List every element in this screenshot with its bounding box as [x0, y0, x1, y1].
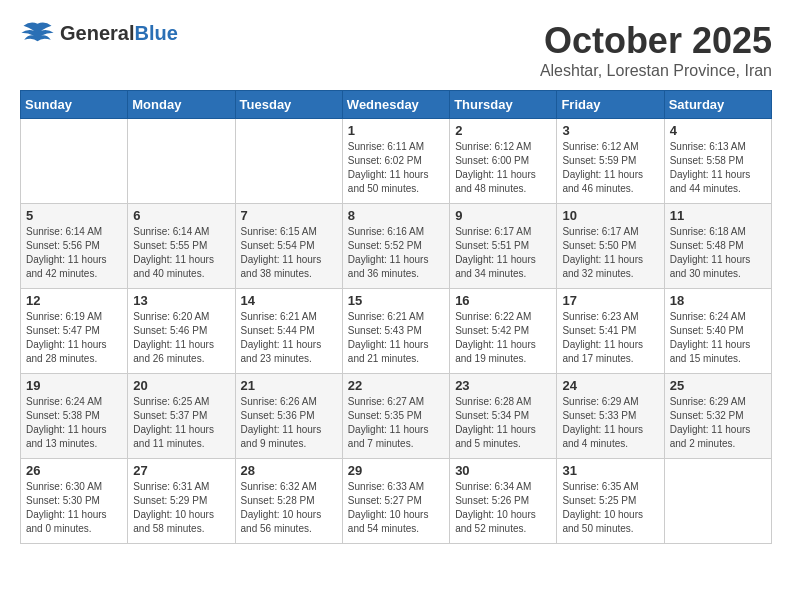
day-info: Sunrise: 6:35 AM Sunset: 5:25 PM Dayligh… — [562, 480, 658, 536]
weekday-header-saturday: Saturday — [664, 91, 771, 119]
day-number: 6 — [133, 208, 229, 223]
day-info: Sunrise: 6:24 AM Sunset: 5:40 PM Dayligh… — [670, 310, 766, 366]
day-number: 4 — [670, 123, 766, 138]
calendar-day: 5Sunrise: 6:14 AM Sunset: 5:56 PM Daylig… — [21, 204, 128, 289]
calendar-day: 12Sunrise: 6:19 AM Sunset: 5:47 PM Dayli… — [21, 289, 128, 374]
title-block: October 2025 Aleshtar, Lorestan Province… — [540, 20, 772, 80]
calendar-day: 29Sunrise: 6:33 AM Sunset: 5:27 PM Dayli… — [342, 459, 449, 544]
day-info: Sunrise: 6:17 AM Sunset: 5:51 PM Dayligh… — [455, 225, 551, 281]
day-number: 7 — [241, 208, 337, 223]
day-info: Sunrise: 6:12 AM Sunset: 5:59 PM Dayligh… — [562, 140, 658, 196]
day-number: 3 — [562, 123, 658, 138]
logo-text: GeneralBlue — [60, 22, 178, 44]
calendar-day: 23Sunrise: 6:28 AM Sunset: 5:34 PM Dayli… — [450, 374, 557, 459]
day-info: Sunrise: 6:30 AM Sunset: 5:30 PM Dayligh… — [26, 480, 122, 536]
calendar-day — [235, 119, 342, 204]
day-number: 27 — [133, 463, 229, 478]
day-number: 22 — [348, 378, 444, 393]
logo-icon — [20, 20, 55, 45]
day-info: Sunrise: 6:13 AM Sunset: 5:58 PM Dayligh… — [670, 140, 766, 196]
calendar-day — [21, 119, 128, 204]
day-info: Sunrise: 6:25 AM Sunset: 5:37 PM Dayligh… — [133, 395, 229, 451]
calendar-week-1: 1Sunrise: 6:11 AM Sunset: 6:02 PM Daylig… — [21, 119, 772, 204]
weekday-header-thursday: Thursday — [450, 91, 557, 119]
calendar-day: 11Sunrise: 6:18 AM Sunset: 5:48 PM Dayli… — [664, 204, 771, 289]
weekday-header-friday: Friday — [557, 91, 664, 119]
calendar-week-4: 19Sunrise: 6:24 AM Sunset: 5:38 PM Dayli… — [21, 374, 772, 459]
day-info: Sunrise: 6:29 AM Sunset: 5:32 PM Dayligh… — [670, 395, 766, 451]
weekday-header-sunday: Sunday — [21, 91, 128, 119]
day-number: 18 — [670, 293, 766, 308]
page-header: GeneralBlue October 2025 Aleshtar, Lores… — [20, 20, 772, 80]
day-info: Sunrise: 6:20 AM Sunset: 5:46 PM Dayligh… — [133, 310, 229, 366]
day-number: 15 — [348, 293, 444, 308]
day-info: Sunrise: 6:14 AM Sunset: 5:56 PM Dayligh… — [26, 225, 122, 281]
month-title: October 2025 — [540, 20, 772, 62]
day-info: Sunrise: 6:19 AM Sunset: 5:47 PM Dayligh… — [26, 310, 122, 366]
day-info: Sunrise: 6:21 AM Sunset: 5:44 PM Dayligh… — [241, 310, 337, 366]
day-info: Sunrise: 6:29 AM Sunset: 5:33 PM Dayligh… — [562, 395, 658, 451]
day-number: 9 — [455, 208, 551, 223]
calendar-day: 13Sunrise: 6:20 AM Sunset: 5:46 PM Dayli… — [128, 289, 235, 374]
day-number: 2 — [455, 123, 551, 138]
day-number: 10 — [562, 208, 658, 223]
day-number: 28 — [241, 463, 337, 478]
day-number: 31 — [562, 463, 658, 478]
day-number: 17 — [562, 293, 658, 308]
weekday-header-monday: Monday — [128, 91, 235, 119]
day-info: Sunrise: 6:15 AM Sunset: 5:54 PM Dayligh… — [241, 225, 337, 281]
calendar-day: 31Sunrise: 6:35 AM Sunset: 5:25 PM Dayli… — [557, 459, 664, 544]
day-number: 19 — [26, 378, 122, 393]
day-number: 30 — [455, 463, 551, 478]
day-number: 14 — [241, 293, 337, 308]
calendar-day: 14Sunrise: 6:21 AM Sunset: 5:44 PM Dayli… — [235, 289, 342, 374]
calendar-day: 17Sunrise: 6:23 AM Sunset: 5:41 PM Dayli… — [557, 289, 664, 374]
calendar-week-5: 26Sunrise: 6:30 AM Sunset: 5:30 PM Dayli… — [21, 459, 772, 544]
calendar-day: 6Sunrise: 6:14 AM Sunset: 5:55 PM Daylig… — [128, 204, 235, 289]
day-number: 5 — [26, 208, 122, 223]
day-info: Sunrise: 6:11 AM Sunset: 6:02 PM Dayligh… — [348, 140, 444, 196]
day-info: Sunrise: 6:16 AM Sunset: 5:52 PM Dayligh… — [348, 225, 444, 281]
day-info: Sunrise: 6:12 AM Sunset: 6:00 PM Dayligh… — [455, 140, 551, 196]
day-info: Sunrise: 6:22 AM Sunset: 5:42 PM Dayligh… — [455, 310, 551, 366]
day-info: Sunrise: 6:18 AM Sunset: 5:48 PM Dayligh… — [670, 225, 766, 281]
calendar-day: 15Sunrise: 6:21 AM Sunset: 5:43 PM Dayli… — [342, 289, 449, 374]
calendar-day: 21Sunrise: 6:26 AM Sunset: 5:36 PM Dayli… — [235, 374, 342, 459]
calendar-day: 1Sunrise: 6:11 AM Sunset: 6:02 PM Daylig… — [342, 119, 449, 204]
calendar-day — [128, 119, 235, 204]
day-number: 8 — [348, 208, 444, 223]
day-number: 16 — [455, 293, 551, 308]
calendar-day: 7Sunrise: 6:15 AM Sunset: 5:54 PM Daylig… — [235, 204, 342, 289]
day-info: Sunrise: 6:32 AM Sunset: 5:28 PM Dayligh… — [241, 480, 337, 536]
day-number: 24 — [562, 378, 658, 393]
weekday-header-wednesday: Wednesday — [342, 91, 449, 119]
day-info: Sunrise: 6:23 AM Sunset: 5:41 PM Dayligh… — [562, 310, 658, 366]
calendar-day: 22Sunrise: 6:27 AM Sunset: 5:35 PM Dayli… — [342, 374, 449, 459]
calendar-day: 18Sunrise: 6:24 AM Sunset: 5:40 PM Dayli… — [664, 289, 771, 374]
calendar-day: 25Sunrise: 6:29 AM Sunset: 5:32 PM Dayli… — [664, 374, 771, 459]
day-number: 13 — [133, 293, 229, 308]
calendar-day: 10Sunrise: 6:17 AM Sunset: 5:50 PM Dayli… — [557, 204, 664, 289]
day-number: 11 — [670, 208, 766, 223]
calendar-day — [664, 459, 771, 544]
day-number: 12 — [26, 293, 122, 308]
calendar-week-3: 12Sunrise: 6:19 AM Sunset: 5:47 PM Dayli… — [21, 289, 772, 374]
day-info: Sunrise: 6:26 AM Sunset: 5:36 PM Dayligh… — [241, 395, 337, 451]
day-info: Sunrise: 6:21 AM Sunset: 5:43 PM Dayligh… — [348, 310, 444, 366]
calendar-day: 20Sunrise: 6:25 AM Sunset: 5:37 PM Dayli… — [128, 374, 235, 459]
day-number: 26 — [26, 463, 122, 478]
calendar-table: SundayMondayTuesdayWednesdayThursdayFrid… — [20, 90, 772, 544]
day-number: 25 — [670, 378, 766, 393]
day-number: 1 — [348, 123, 444, 138]
calendar-day: 27Sunrise: 6:31 AM Sunset: 5:29 PM Dayli… — [128, 459, 235, 544]
day-info: Sunrise: 6:17 AM Sunset: 5:50 PM Dayligh… — [562, 225, 658, 281]
calendar-day: 4Sunrise: 6:13 AM Sunset: 5:58 PM Daylig… — [664, 119, 771, 204]
day-number: 21 — [241, 378, 337, 393]
calendar-day: 16Sunrise: 6:22 AM Sunset: 5:42 PM Dayli… — [450, 289, 557, 374]
calendar-day: 9Sunrise: 6:17 AM Sunset: 5:51 PM Daylig… — [450, 204, 557, 289]
day-info: Sunrise: 6:24 AM Sunset: 5:38 PM Dayligh… — [26, 395, 122, 451]
day-info: Sunrise: 6:27 AM Sunset: 5:35 PM Dayligh… — [348, 395, 444, 451]
calendar-day: 8Sunrise: 6:16 AM Sunset: 5:52 PM Daylig… — [342, 204, 449, 289]
calendar-day: 30Sunrise: 6:34 AM Sunset: 5:26 PM Dayli… — [450, 459, 557, 544]
calendar-week-2: 5Sunrise: 6:14 AM Sunset: 5:56 PM Daylig… — [21, 204, 772, 289]
